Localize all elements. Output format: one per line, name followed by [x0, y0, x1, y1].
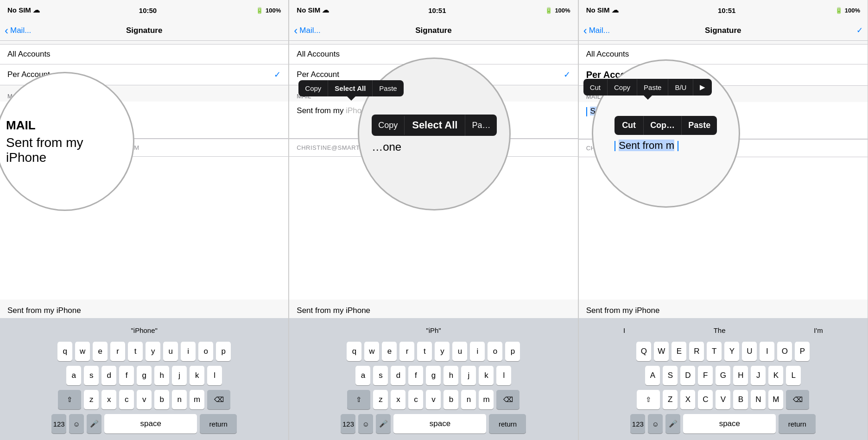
- key-m-1[interactable]: m: [190, 390, 204, 409]
- key-shift-1[interactable]: ⇧: [58, 390, 81, 409]
- key-u-2[interactable]: u: [452, 342, 467, 361]
- all-accounts-row-2[interactable]: All Accounts: [289, 45, 577, 64]
- signature-area-3[interactable]: Sent from my iPhone: [579, 102, 868, 139]
- key-t-2[interactable]: t: [417, 342, 432, 361]
- key-w-2[interactable]: w: [364, 342, 379, 361]
- key-L-3[interactable]: L: [786, 366, 801, 385]
- key-X-3[interactable]: X: [680, 390, 695, 409]
- key-return-3[interactable]: return: [779, 414, 816, 434]
- per-account-row-1[interactable]: Per Account ✓: [0, 64, 288, 85]
- key-mic-3[interactable]: 🎤: [665, 414, 680, 434]
- key-i-2[interactable]: i: [470, 342, 485, 361]
- key-n-1[interactable]: n: [172, 390, 187, 409]
- key-U-3[interactable]: U: [742, 342, 757, 361]
- key-h-2[interactable]: h: [444, 366, 458, 385]
- key-delete-3[interactable]: ⌫: [786, 390, 809, 409]
- key-j-2[interactable]: j: [461, 366, 476, 385]
- key-mic-1[interactable]: 🎤: [87, 414, 101, 434]
- key-delete-1[interactable]: ⌫: [207, 390, 230, 409]
- key-emoji-2[interactable]: ☺: [358, 414, 373, 434]
- key-shift-3[interactable]: ⇧: [637, 390, 660, 409]
- key-n-2[interactable]: n: [461, 390, 476, 409]
- key-g-2[interactable]: g: [426, 366, 441, 385]
- key-y-2[interactable]: y: [435, 342, 450, 361]
- key-a-2[interactable]: a: [355, 366, 370, 385]
- per-account-row-2[interactable]: Per Account ✓: [289, 64, 577, 85]
- key-a-1[interactable]: a: [66, 366, 81, 385]
- key-g-1[interactable]: g: [137, 366, 152, 385]
- key-return-2[interactable]: return: [489, 414, 526, 434]
- key-shift-2[interactable]: ⇧: [347, 390, 370, 409]
- key-c-1[interactable]: c: [119, 390, 134, 409]
- key-u-1[interactable]: u: [163, 342, 178, 361]
- key-q-2[interactable]: q: [347, 342, 361, 361]
- key-J-3[interactable]: J: [751, 366, 766, 385]
- back-button-3[interactable]: Mail...: [583, 25, 610, 36]
- key-K-3[interactable]: K: [768, 366, 783, 385]
- key-q-1[interactable]: q: [57, 342, 72, 361]
- key-s-2[interactable]: s: [373, 366, 388, 385]
- key-O-3[interactable]: O: [777, 342, 792, 361]
- back-button-2[interactable]: Mail...: [294, 25, 320, 36]
- key-x-1[interactable]: x: [101, 390, 116, 409]
- key-V-3[interactable]: V: [716, 390, 730, 409]
- key-H-3[interactable]: H: [733, 366, 748, 385]
- key-f-1[interactable]: f: [119, 366, 134, 385]
- key-z-1[interactable]: z: [84, 390, 99, 409]
- key-k-2[interactable]: k: [479, 366, 494, 385]
- key-emoji-1[interactable]: ☺: [69, 414, 84, 434]
- key-v-2[interactable]: v: [426, 390, 441, 409]
- key-123-2[interactable]: 123: [341, 414, 355, 434]
- key-e-2[interactable]: e: [382, 342, 397, 361]
- all-accounts-row-1[interactable]: All Accounts: [0, 45, 288, 64]
- key-T-3[interactable]: T: [707, 342, 722, 361]
- key-z-2[interactable]: z: [373, 390, 388, 409]
- key-c-2[interactable]: c: [408, 390, 423, 409]
- key-e-1[interactable]: e: [93, 342, 108, 361]
- keyboard-3[interactable]: I The I'm Q W E R T Y U I O P A S D F G …: [579, 318, 868, 440]
- key-j-1[interactable]: j: [172, 366, 187, 385]
- key-123-1[interactable]: 123: [51, 414, 66, 434]
- key-o-1[interactable]: o: [198, 342, 213, 361]
- key-f-2[interactable]: f: [408, 366, 423, 385]
- key-i-1[interactable]: i: [181, 342, 196, 361]
- key-mic-2[interactable]: 🎤: [376, 414, 391, 434]
- key-o-2[interactable]: o: [488, 342, 502, 361]
- key-x-2[interactable]: x: [391, 390, 405, 409]
- key-E-3[interactable]: E: [672, 342, 686, 361]
- key-P-3[interactable]: P: [795, 342, 810, 361]
- keyboard-2[interactable]: "iPh" q w e r t y u i o p a s d f g h j …: [289, 318, 577, 440]
- key-space-3[interactable]: space: [683, 414, 776, 434]
- key-N-3[interactable]: N: [751, 390, 766, 409]
- key-Q-3[interactable]: Q: [636, 342, 651, 361]
- key-v-1[interactable]: v: [137, 390, 152, 409]
- key-B-3[interactable]: B: [733, 390, 748, 409]
- signature-area-2[interactable]: Sent from my iPhone: [289, 102, 577, 139]
- key-A-3[interactable]: A: [645, 366, 660, 385]
- key-k-1[interactable]: k: [190, 366, 204, 385]
- key-D-3[interactable]: D: [680, 366, 695, 385]
- all-accounts-row-3[interactable]: All Accounts: [579, 45, 868, 64]
- key-s-1[interactable]: s: [84, 366, 99, 385]
- key-d-2[interactable]: d: [391, 366, 405, 385]
- key-G-3[interactable]: G: [716, 366, 730, 385]
- suggestion-i-3[interactable]: I: [620, 325, 629, 336]
- key-R-3[interactable]: R: [689, 342, 704, 361]
- key-I-3[interactable]: I: [760, 342, 774, 361]
- key-S-3[interactable]: S: [663, 366, 678, 385]
- key-p-2[interactable]: p: [505, 342, 520, 361]
- suggestion-the-3[interactable]: The: [710, 325, 729, 336]
- key-r-2[interactable]: r: [399, 342, 414, 361]
- key-d-1[interactable]: d: [101, 366, 116, 385]
- key-Y-3[interactable]: Y: [724, 342, 739, 361]
- key-emoji-3[interactable]: ☺: [648, 414, 663, 434]
- key-t-1[interactable]: t: [128, 342, 143, 361]
- per-account-row-3[interactable]: Per Account: [579, 64, 868, 86]
- key-space-2[interactable]: space: [393, 414, 486, 434]
- key-123-3[interactable]: 123: [630, 414, 645, 434]
- key-h-1[interactable]: h: [154, 366, 169, 385]
- signature-area-1[interactable]: Sent from my iPhone: [0, 102, 288, 139]
- key-l-2[interactable]: l: [496, 366, 511, 385]
- key-b-2[interactable]: b: [444, 390, 458, 409]
- suggestion-iphone-1[interactable]: "iPhone": [127, 325, 161, 336]
